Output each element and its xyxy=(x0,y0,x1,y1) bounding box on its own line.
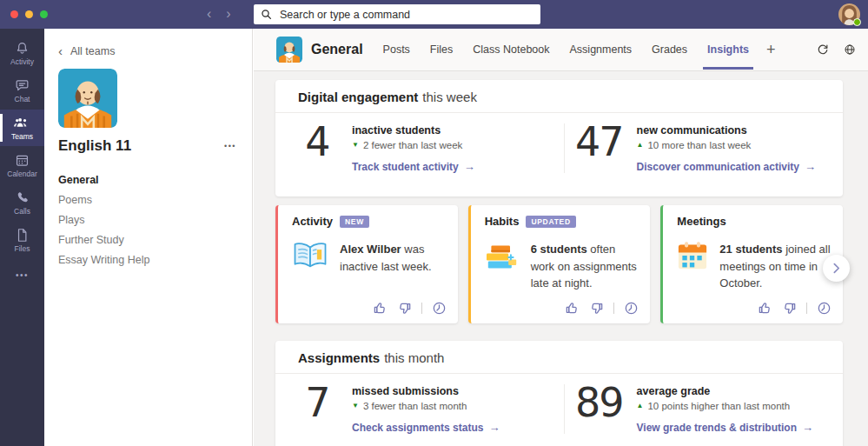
rail-label: Teams xyxy=(11,133,33,141)
digital-engagement-panel: Digital engagement this week 4 inactive … xyxy=(275,80,843,196)
rail-item-activity[interactable]: Activity xyxy=(0,35,44,71)
insight-cards-row: Activity NEW xyxy=(275,205,843,323)
thumbs-down-icon[interactable] xyxy=(589,301,604,316)
arrow-right-icon: → xyxy=(464,160,475,173)
calendar-color-icon xyxy=(677,241,708,274)
card-highlight: 21 students xyxy=(719,243,782,256)
rail-item-calendar[interactable]: Calendar xyxy=(0,147,44,183)
card-highlight: Alex Wilber xyxy=(340,243,401,256)
team-avatar[interactable] xyxy=(58,69,117,128)
stat-value: 47 xyxy=(575,123,623,173)
user-avatar[interactable] xyxy=(838,3,860,25)
channel-item-poems[interactable]: Poems xyxy=(58,190,252,210)
insights-canvas: Digital engagement this week 4 inactive … xyxy=(254,71,868,446)
presence-indicator xyxy=(853,18,861,26)
chat-icon xyxy=(14,77,30,94)
thumbs-down-icon[interactable] xyxy=(397,301,412,316)
trend-text: 3 fewer than last month xyxy=(363,401,467,411)
stat-label: new communications xyxy=(637,124,816,136)
arrow-right-icon: → xyxy=(802,421,813,434)
chevron-right-icon xyxy=(831,263,842,274)
rail-item-files[interactable]: Files xyxy=(0,222,44,258)
nav-forward-button[interactable]: › xyxy=(226,4,230,23)
dismiss-insight-icon[interactable] xyxy=(624,301,639,316)
channel-item-plays[interactable]: Plays xyxy=(58,210,252,230)
trend-up-icon: ▲ xyxy=(637,403,644,409)
minimize-window-button[interactable] xyxy=(25,10,33,18)
header-actions xyxy=(816,43,857,57)
command-search-box[interactable] xyxy=(254,4,540,24)
maximize-window-button[interactable] xyxy=(40,10,48,18)
panel-header: Assignments this month xyxy=(275,341,843,374)
panel-title: Digital engagement xyxy=(298,90,418,104)
check-assignments-status-link[interactable]: Check assignments status → xyxy=(352,421,500,434)
channel-item-general[interactable]: General xyxy=(58,170,252,190)
arrow-right-icon: → xyxy=(805,160,816,173)
stat-label: average grade xyxy=(637,385,813,397)
nav-back-button[interactable]: ‹ xyxy=(207,4,211,23)
tab-insights[interactable]: Insights xyxy=(707,43,749,56)
panel-subtitle: this month xyxy=(384,350,444,365)
close-window-button[interactable] xyxy=(10,10,18,18)
trend-text: 10 more than last week xyxy=(647,140,751,150)
trend-down-icon: ▼ xyxy=(352,142,359,149)
thumbs-up-icon[interactable] xyxy=(758,301,772,316)
stat-value: 89 xyxy=(575,384,623,434)
search-input[interactable] xyxy=(278,8,533,22)
dismiss-insight-icon[interactable] xyxy=(432,301,447,316)
rail-label: Calls xyxy=(14,208,30,216)
channel-item-essay-writing-help[interactable]: Essay Writing Help xyxy=(58,250,252,270)
bell-icon xyxy=(14,40,30,57)
all-teams-back-link[interactable]: ‹ All teams xyxy=(58,45,252,57)
thumbs-down-icon[interactable] xyxy=(782,301,797,316)
panel-header: Digital engagement this week xyxy=(275,80,843,113)
trend-text: 10 points higher than last month xyxy=(647,401,790,411)
card-title: Meetings xyxy=(677,215,726,228)
activity-insight-card[interactable]: Activity NEW xyxy=(275,205,458,323)
carousel-next-button[interactable] xyxy=(823,255,850,282)
team-options-button[interactable]: ••• xyxy=(224,142,236,150)
rail-item-chat[interactable]: Chat xyxy=(0,72,44,109)
globe-icon[interactable] xyxy=(843,43,857,57)
thumbs-up-icon[interactable] xyxy=(373,301,388,316)
rail-item-teams[interactable]: Teams xyxy=(0,110,44,146)
rail-label: Activity xyxy=(10,58,34,66)
divider xyxy=(806,303,807,314)
stat-average-grade: 89 average grade ▲ 10 points higher than… xyxy=(564,384,843,434)
channel-list: General Poems Plays Further Study Essay … xyxy=(58,170,252,270)
habits-insight-card[interactable]: Habits UPDATED xyxy=(468,205,651,323)
teams-app-window: ‹ › Activity Chat Teams Calendar xyxy=(0,0,868,446)
trend-down-icon: ▼ xyxy=(352,403,359,409)
view-grade-trends-link[interactable]: View grade trends & distribution → xyxy=(637,421,813,434)
rail-more-apps-button[interactable]: ••• xyxy=(0,259,44,290)
discover-communication-activity-link[interactable]: Discover communication activity → xyxy=(637,160,816,173)
thumbs-up-icon[interactable] xyxy=(565,301,580,316)
dismiss-insight-icon[interactable] xyxy=(817,301,832,316)
tab-posts[interactable]: Posts xyxy=(383,43,410,56)
file-icon xyxy=(14,227,30,243)
divider xyxy=(613,303,614,314)
panel-body: 4 inactive students ▼ 2 fewer than last … xyxy=(275,113,843,173)
trend-up-icon: ▲ xyxy=(637,142,644,149)
rail-label: Calendar xyxy=(7,170,37,178)
all-teams-label: All teams xyxy=(70,45,115,57)
card-title: Habits xyxy=(485,215,520,228)
tab-assignments[interactable]: Assignments xyxy=(570,43,633,56)
arrow-right-icon: → xyxy=(488,421,500,434)
channel-tabs: Posts Files Class Notebook Assignments G… xyxy=(383,43,749,56)
channel-content: General Posts Files Class Notebook Assig… xyxy=(254,29,868,446)
panel-subtitle: this week xyxy=(422,90,477,104)
divider xyxy=(421,303,422,314)
refresh-icon[interactable] xyxy=(816,43,830,57)
rail-item-calls[interactable]: Calls xyxy=(0,184,44,221)
assignments-panel: Assignments this month 7 missed submissi… xyxy=(275,341,843,446)
add-tab-button[interactable]: + xyxy=(766,41,776,59)
tab-files[interactable]: Files xyxy=(430,43,453,56)
teams-people-icon xyxy=(14,115,30,131)
track-student-activity-link[interactable]: Track student activity → xyxy=(352,160,475,173)
history-nav: ‹ › xyxy=(207,4,231,23)
meetings-insight-card[interactable]: Meetings xyxy=(660,205,843,323)
channel-item-further-study[interactable]: Further Study xyxy=(58,230,252,250)
tab-class-notebook[interactable]: Class Notebook xyxy=(473,43,549,56)
tab-grades[interactable]: Grades xyxy=(652,43,687,56)
